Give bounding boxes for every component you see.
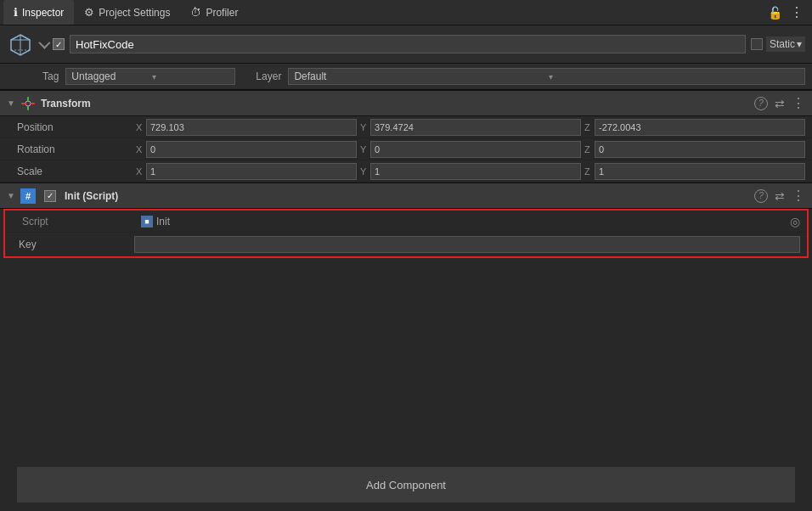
profiler-tab-icon: ⏱ — [190, 6, 201, 19]
scale-row: Scale X Y Z — [0, 160, 812, 182]
tab-actions: 🔓 — [766, 4, 809, 21]
init-script-more-icon — [792, 188, 805, 204]
init-script-section-title: Init (Script) — [65, 190, 749, 202]
tag-dropdown[interactable]: Untagged ▾ — [65, 68, 235, 85]
scale-z-field: Z — [584, 163, 805, 180]
rotation-xyz-fields: X Y Z — [136, 141, 805, 158]
scale-z-label: Z — [584, 166, 593, 177]
init-script-help-button[interactable]: ? — [754, 189, 768, 203]
scale-y-label: Y — [360, 166, 369, 177]
init-script-settings-button[interactable]: ⇄ — [775, 189, 785, 203]
transform-section-actions: ? ⇄ — [754, 95, 805, 111]
add-component-button[interactable]: Add Component — [17, 467, 795, 503]
position-x-input[interactable] — [146, 119, 357, 136]
position-x-field: X — [136, 119, 357, 136]
object-name-row — [53, 35, 746, 53]
gameobject-icon — [7, 31, 34, 58]
transform-more-icon — [792, 95, 805, 111]
scale-z-input[interactable] — [595, 163, 805, 180]
static-area: Static ▾ — [751, 36, 805, 52]
tag-value: Untagged — [71, 70, 149, 82]
tab-project-settings[interactable]: ⚙ Project Settings — [74, 0, 180, 25]
position-z-field: Z — [584, 119, 805, 136]
scale-x-field: X — [136, 163, 357, 180]
transform-section-title: Transform — [41, 98, 749, 110]
scale-y-input[interactable] — [370, 163, 581, 180]
inspector-tab-icon: ℹ — [14, 6, 18, 19]
position-y-field: Y — [360, 119, 581, 136]
profiler-tab-label: Profiler — [206, 7, 238, 19]
init-script-help-icon: ? — [754, 189, 768, 203]
init-script-section-actions: ? ⇄ — [754, 188, 805, 204]
inspector-panel: Static ▾ Tag Untagged ▾ Layer Default ▾ … — [0, 25, 812, 511]
scale-y-field: Y — [360, 163, 581, 180]
script-field-label: Script — [22, 216, 141, 227]
static-label: Static — [770, 38, 795, 50]
transform-help-button[interactable]: ? — [754, 97, 768, 110]
tab-bar: ℹ Inspector ⚙ Project Settings ⏱ Profile… — [0, 0, 812, 25]
tag-layer-row: Tag Untagged ▾ Layer Default ▾ — [0, 64, 812, 90]
more-options-button[interactable] — [788, 4, 805, 21]
static-dropdown[interactable]: Static ▾ — [766, 36, 805, 52]
script-row: Script ■ Init ◎ — [5, 211, 807, 233]
position-z-label: Z — [584, 122, 593, 132]
transform-icon — [20, 96, 36, 111]
init-script-fold-arrow: ▼ — [7, 191, 15, 200]
scale-label: Scale — [17, 166, 136, 177]
static-dropdown-arrow: ▾ — [797, 38, 802, 50]
position-label: Position — [17, 121, 136, 133]
project-settings-tab-icon: ⚙ — [84, 6, 94, 19]
script-target-button[interactable]: ◎ — [790, 215, 800, 228]
rotation-z-label: Z — [584, 144, 593, 154]
highlighted-section: Script ■ Init ◎ Key — [3, 209, 809, 258]
tag-label: Tag — [42, 70, 59, 82]
object-header: Static ▾ — [0, 25, 812, 64]
position-xyz-fields: X Y Z — [136, 119, 805, 136]
init-script-section-header[interactable]: ▼ # Init (Script) ? ⇄ — [0, 182, 812, 209]
inspector-tab-label: Inspector — [22, 7, 64, 19]
script-name: Init — [156, 216, 170, 227]
rotation-z-input[interactable] — [595, 141, 805, 158]
tab-inspector[interactable]: ℹ Inspector — [3, 0, 74, 25]
transform-settings-icon: ⇄ — [775, 97, 785, 110]
rotation-row: Rotation X Y Z — [0, 138, 812, 160]
rotation-y-label: Y — [360, 144, 369, 154]
key-row: Key — [5, 233, 807, 256]
script-hash-icon: # — [20, 188, 36, 204]
scale-xyz-fields: X Y Z — [136, 163, 805, 180]
init-script-settings-icon: ⇄ — [775, 189, 785, 203]
init-script-more-button[interactable] — [792, 188, 805, 204]
key-field-label: Key — [19, 239, 134, 250]
position-x-label: X — [136, 122, 144, 132]
transform-settings-button[interactable]: ⇄ — [775, 97, 785, 110]
scale-x-input[interactable] — [146, 163, 357, 180]
add-component-area: Add Component — [0, 458, 812, 511]
layer-value: Default — [294, 70, 544, 82]
transform-fold-arrow: ▼ — [7, 98, 15, 108]
layer-dropdown[interactable]: Default ▾ — [288, 68, 805, 85]
tab-profiler[interactable]: ⏱ Profiler — [180, 0, 248, 25]
position-y-input[interactable] — [370, 119, 581, 136]
script-file-icon: ■ — [141, 216, 153, 227]
rotation-y-field: Y — [360, 141, 581, 158]
static-checkbox[interactable] — [751, 38, 763, 50]
position-z-input[interactable] — [595, 119, 805, 136]
script-value: ■ Init ◎ — [141, 215, 800, 228]
rotation-x-label: X — [136, 144, 144, 154]
layer-dropdown-arrow: ▾ — [549, 72, 799, 81]
rotation-y-input[interactable] — [370, 141, 581, 158]
key-input[interactable] — [134, 236, 800, 253]
init-script-active-checkbox[interactable] — [44, 190, 56, 202]
rotation-label: Rotation — [17, 143, 136, 155]
position-y-label: Y — [360, 122, 369, 132]
object-name-input[interactable] — [70, 35, 746, 53]
lock-button[interactable]: 🔓 — [766, 4, 783, 21]
expand-arrow-icon — [38, 37, 50, 49]
object-active-checkbox[interactable] — [53, 38, 65, 50]
layer-label: Layer — [256, 70, 281, 82]
transform-section-header[interactable]: ▼ Transform ? ⇄ — [0, 90, 812, 116]
rotation-x-input[interactable] — [146, 141, 357, 158]
add-component-label: Add Component — [366, 479, 446, 491]
rotation-z-field: Z — [584, 141, 805, 158]
transform-more-button[interactable] — [792, 95, 805, 111]
